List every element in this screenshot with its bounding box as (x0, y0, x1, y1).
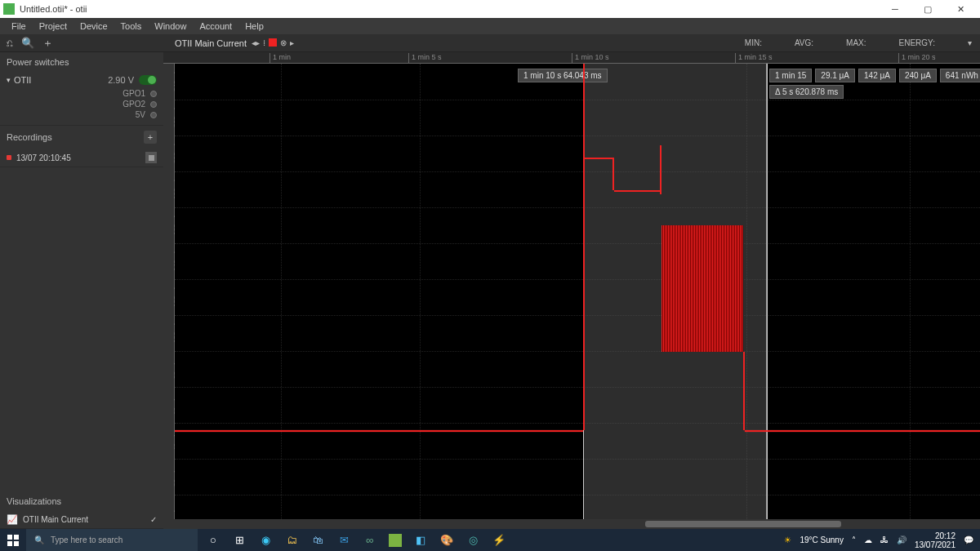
minimize-button[interactable]: ─ (879, 0, 911, 18)
tab-play-icon[interactable]: ▸ (290, 38, 294, 47)
volume-icon[interactable]: 🔊 (897, 535, 906, 544)
tab-remove-icon[interactable]: ⊗ (280, 38, 287, 47)
stat-energy-label: ENERGY: (899, 38, 935, 47)
network-icon[interactable]: 🖧 (880, 535, 889, 544)
app-icon[interactable]: ◎ (466, 533, 480, 548)
waveform-baseline (175, 430, 583, 432)
recordings-header: Recordings + (0, 126, 163, 149)
app-icon[interactable]: ∞ (363, 533, 377, 548)
marker-end-line[interactable] (767, 64, 768, 519)
add-recording-button[interactable]: + (144, 131, 157, 144)
app-icon[interactable]: 🎨 (439, 533, 454, 548)
start-button[interactable] (0, 529, 26, 551)
time-axis[interactable]: 1 min 1 min 5 s 1 min 10 s 1 min 15 s 1 … (163, 52, 980, 64)
add-icon[interactable]: ＋ (42, 36, 53, 51)
chart-tab-label: OTII Main Current (175, 38, 247, 48)
onedrive-icon[interactable]: ☁ (864, 535, 872, 544)
taskbar-clock[interactable]: 20:12 13/07/2021 (915, 531, 956, 549)
viz-label: OTII Main Current (23, 515, 88, 524)
device-row[interactable]: ▾ OTII 2.90 V (0, 72, 163, 87)
weather-icon[interactable]: ☀ (784, 535, 791, 544)
search-icon: 🔍 (34, 535, 44, 544)
viz-item[interactable]: 📈 OTII Main Current ✓ (0, 511, 163, 528)
marker-avg-value: 142 μA (858, 69, 896, 82)
search-placeholder: Type here to search (51, 535, 122, 544)
stat-max-label: MAX: (846, 38, 866, 47)
waveform-baseline (745, 430, 980, 432)
mail-icon[interactable]: ✉ (336, 533, 351, 548)
time-tick: 1 min (270, 53, 291, 64)
taskbar-time: 20:12 (915, 531, 956, 540)
tab-prev-icon[interactable]: ◂▸ (252, 38, 260, 47)
waveform-step (614, 190, 660, 192)
otii-taskbar-icon[interactable]: ⚡ (492, 533, 506, 548)
task-view-icon[interactable]: ⊞ (232, 533, 247, 548)
tray-chevron-icon[interactable]: ˄ (852, 535, 856, 544)
waveform-spike (583, 64, 585, 430)
plot-area[interactable]: 1 min 10 s 64.043 ms 1 min 15 29.1 μA 14… (175, 64, 980, 519)
stat-min-label: MIN: (745, 38, 762, 47)
menu-help[interactable]: Help (238, 20, 270, 33)
chevron-down-icon[interactable]: ▾ (7, 76, 11, 84)
indicator-dot (150, 112, 157, 118)
device-power-toggle[interactable] (139, 75, 157, 85)
marker-energy-value: 641 nWh (940, 69, 980, 82)
window-title: Untitled.otii* - otii (20, 4, 879, 14)
zoom-icon[interactable]: 🔍 (21, 37, 34, 49)
marker-max-value: 240 μA (899, 69, 937, 82)
menu-device[interactable]: Device (74, 20, 114, 33)
waveform-step (585, 158, 612, 159)
time-tick: 1 min 10 s (572, 53, 609, 64)
menubar: File Project Device Tools Window Account… (0, 18, 980, 34)
maximize-button[interactable]: ▢ (911, 0, 944, 18)
close-button[interactable]: ✕ (944, 0, 977, 18)
horizontal-scrollbar[interactable] (163, 519, 980, 529)
gpo-5v-row[interactable]: 5V (7, 109, 157, 120)
time-tick: 1 min 5 s (408, 53, 442, 64)
line-chart-icon: 📈 (7, 514, 18, 525)
app-icon[interactable] (389, 534, 402, 547)
store-icon[interactable]: 🛍 (310, 533, 325, 548)
marker-end-time: 1 min 15 (769, 69, 812, 82)
gpo2-row[interactable]: GPO2 (7, 99, 157, 109)
taskbar-search[interactable]: 🔍 Type here to search (26, 529, 198, 551)
cut-icon[interactable]: ⎌ (7, 37, 13, 49)
marker-min-value: 29.1 μA (815, 69, 855, 82)
waveform-drop (743, 352, 745, 430)
windows-taskbar: 🔍 Type here to search ○ ⊞ ◉ 🗂 🛍 ✉ ∞ ◧ 🎨 … (0, 529, 980, 551)
tab-color-icon[interactable] (269, 38, 277, 47)
marker-delta: Δ 5 s 620.878 ms (769, 85, 844, 99)
indicator-dot (150, 101, 157, 108)
menu-file[interactable]: File (5, 20, 33, 33)
menu-account[interactable]: Account (193, 20, 238, 33)
gpo1-row[interactable]: GPO1 (7, 88, 157, 99)
svg-rect-2 (7, 541, 12, 546)
visualizations-header: Visualizations (0, 491, 163, 511)
stat-dropdown-icon[interactable]: ▾ (968, 38, 972, 47)
waveform-rise (660, 145, 662, 194)
recording-item[interactable]: 13/07 20:10:45 (0, 149, 163, 167)
device-voltage: 2.90 V (108, 75, 134, 85)
waveform-drop (612, 158, 614, 190)
window-titlebar: Untitled.otii* - otii ─ ▢ ✕ (0, 0, 980, 18)
stop-recording-button[interactable] (145, 152, 157, 163)
weather-text[interactable]: 19°C Sunny (800, 535, 843, 544)
cortana-icon[interactable]: ○ (206, 533, 220, 548)
app-icon (3, 3, 15, 15)
chart-tab[interactable]: OTII Main Current ◂▸ ⁞ ⊗ ▸ (168, 37, 301, 50)
menu-window[interactable]: Window (148, 20, 193, 33)
waveform-burst (689, 256, 743, 352)
menu-tools[interactable]: Tools (114, 20, 149, 33)
stat-avg-label: AVG: (795, 38, 813, 47)
app-icon[interactable]: ◧ (413, 533, 428, 548)
check-icon: ✓ (150, 515, 157, 524)
scrollbar-thumb[interactable] (645, 521, 841, 527)
time-tick: 1 min 15 s (735, 53, 773, 64)
notifications-icon[interactable]: 💬 (964, 535, 973, 544)
file-explorer-icon[interactable]: 🗂 (284, 533, 299, 548)
taskbar-date: 13/07/2021 (915, 540, 956, 549)
tab-expand-icon[interactable]: ⁞ (263, 38, 265, 47)
edge-icon[interactable]: ◉ (258, 533, 273, 548)
y-axis[interactable]: 0 μA 20 μA 40 μA 60 μA 80 μA 100 μA 120 … (163, 64, 175, 519)
menu-project[interactable]: Project (33, 20, 74, 33)
